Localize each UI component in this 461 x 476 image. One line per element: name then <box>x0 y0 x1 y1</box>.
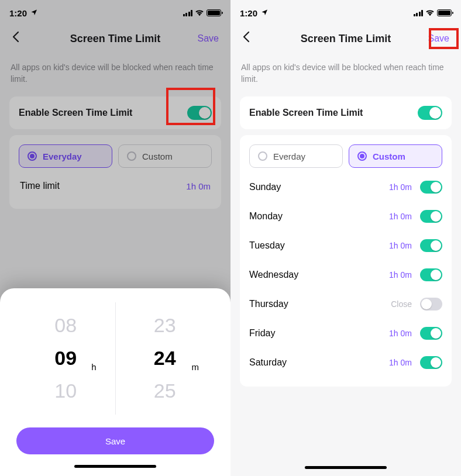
tab-custom[interactable]: Custom <box>118 144 212 168</box>
day-row-wednesday[interactable]: Wednesday1h 0m <box>249 260 442 289</box>
enable-card: Enable Screen Time Limit <box>9 96 221 129</box>
day-toggle[interactable] <box>420 298 442 311</box>
time-picker[interactable]: 08 09 10 h 23 24 25 m <box>16 302 214 415</box>
status-time: 1:20 <box>9 8 27 18</box>
tab-everyday-label: Everday <box>273 151 305 161</box>
hour-prev[interactable]: 08 <box>16 312 115 339</box>
location-icon <box>30 9 37 18</box>
day-toggle[interactable] <box>420 210 442 223</box>
schedule-card: Everyday Custom Time limit 1h 0m <box>9 135 221 209</box>
day-value: 1h 0m <box>389 270 412 280</box>
minute-next[interactable]: 25 <box>116 378 215 405</box>
hour-current[interactable]: 09 <box>16 345 115 372</box>
day-name: Wednesday <box>249 270 298 280</box>
day-toggle[interactable] <box>420 181 442 194</box>
time-limit-label: Time limit <box>20 181 60 191</box>
minute-current[interactable]: 24 <box>116 345 215 372</box>
minute-unit: m <box>192 362 199 372</box>
day-name: Saturday <box>249 357 287 368</box>
back-button[interactable] <box>242 31 250 46</box>
save-button-nav[interactable]: Save <box>428 33 449 44</box>
wifi-icon <box>425 9 435 16</box>
home-indicator[interactable] <box>74 465 156 468</box>
day-name: Monday <box>249 211 283 222</box>
hour-next[interactable]: 10 <box>16 378 115 405</box>
radio-icon <box>357 151 367 161</box>
day-row-monday[interactable]: Monday1h 0m <box>249 202 442 231</box>
hour-picker: 08 09 10 h <box>16 302 116 415</box>
wifi-icon <box>195 9 204 16</box>
enable-card: Enable Screen Time Limit <box>240 96 452 129</box>
day-value: Close <box>391 299 412 309</box>
subtitle-text: All apps on kid's device will be blocked… <box>230 51 461 91</box>
status-bar: 1:20 <box>230 0 461 26</box>
battery-icon <box>437 9 452 16</box>
day-name: Tuesday <box>249 240 285 251</box>
hour-unit: h <box>91 362 96 372</box>
tab-custom[interactable]: Custom <box>349 144 442 168</box>
day-toggle[interactable] <box>420 327 442 340</box>
tab-custom-label: Custom <box>142 151 173 161</box>
day-value: 1h 0m <box>389 182 412 192</box>
tab-everyday[interactable]: Everyday <box>19 144 112 168</box>
screen-everyday: 1:20 Screen Time Limit Save All apps on … <box>0 0 230 476</box>
minute-picker: 23 24 25 m <box>116 302 215 415</box>
radio-icon <box>127 151 136 161</box>
enable-label: Enable Screen Time Limit <box>249 108 363 118</box>
day-name: Thursday <box>249 299 288 309</box>
nav-bar: Screen Time Limit Save <box>0 26 230 51</box>
day-name: Friday <box>249 328 275 339</box>
day-toggle[interactable] <box>420 239 442 252</box>
time-picker-sheet: 08 09 10 h 23 24 25 m Save <box>0 288 230 476</box>
day-value: 1h 0m <box>389 212 412 221</box>
enable-toggle[interactable] <box>418 106 442 120</box>
day-value: 1h 0m <box>389 329 412 338</box>
tab-everyday-label: Everyday <box>43 151 82 161</box>
day-toggle[interactable] <box>420 268 442 281</box>
day-toggle[interactable] <box>420 356 442 369</box>
time-limit-row[interactable]: Time limit 1h 0m <box>19 173 212 199</box>
status-bar: 1:20 <box>0 0 230 26</box>
day-row-friday[interactable]: Friday1h 0m <box>249 319 442 348</box>
back-button[interactable] <box>12 31 20 46</box>
day-row-sunday[interactable]: Sunday1h 0m <box>249 173 442 202</box>
status-time: 1:20 <box>240 8 257 18</box>
save-button-nav[interactable]: Save <box>198 33 219 44</box>
signal-icon <box>183 10 193 16</box>
day-row-thursday[interactable]: ThursdayClose <box>249 289 442 319</box>
radio-icon <box>27 151 37 161</box>
battery-icon <box>207 9 221 16</box>
enable-toggle[interactable] <box>187 106 212 120</box>
home-indicator[interactable] <box>305 466 387 469</box>
day-name: Sunday <box>249 182 281 192</box>
day-row-tuesday[interactable]: Tuesday1h 0m <box>249 231 442 260</box>
page-title: Screen Time Limit <box>230 33 461 45</box>
location-icon <box>261 9 268 18</box>
day-value: 1h 0m <box>389 241 412 250</box>
tab-custom-label: Custom <box>373 151 405 161</box>
subtitle-text: All apps on kid's device will be blocked… <box>0 51 230 91</box>
tab-everyday[interactable]: Everday <box>249 144 343 168</box>
signal-icon <box>414 10 424 16</box>
schedule-card: Everday Custom Sunday1h 0mMonday1h 0mTue… <box>240 135 452 387</box>
page-title: Screen Time Limit <box>0 33 230 45</box>
time-limit-value: 1h 0m <box>186 181 211 191</box>
day-value: 1h 0m <box>389 358 412 367</box>
screen-custom: 1:20 Screen Time Limit Save All apps on … <box>230 0 461 476</box>
picker-save-button[interactable]: Save <box>16 427 214 454</box>
minute-prev[interactable]: 23 <box>116 312 215 339</box>
enable-label: Enable Screen Time Limit <box>19 108 132 118</box>
nav-bar: Screen Time Limit Save <box>230 26 461 51</box>
day-row-saturday[interactable]: Saturday1h 0m <box>249 348 442 377</box>
radio-icon <box>258 151 267 161</box>
